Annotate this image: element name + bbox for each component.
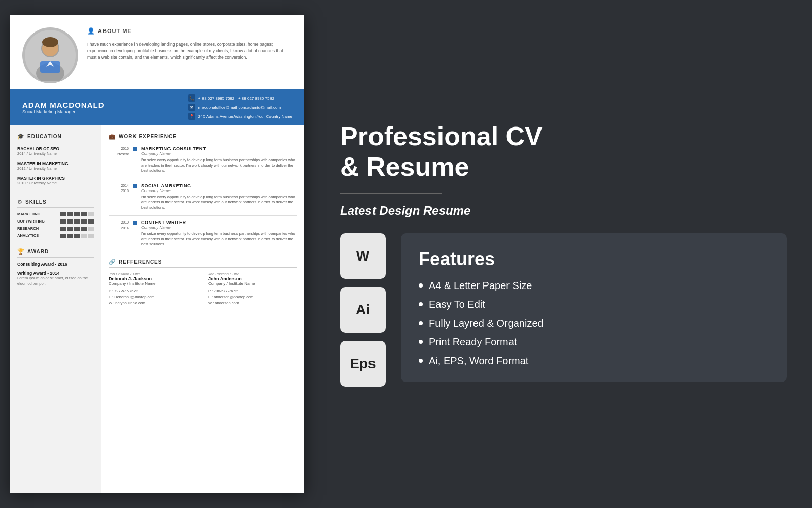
- education-icon: 🎓: [17, 133, 24, 140]
- ref-item-1: Job Position / Title Deborah J. Jackson …: [109, 272, 198, 306]
- ref-company-2: Company / Institute Name: [208, 281, 297, 286]
- resume-right-col: 💼 WORK EXPERIENCE 2016Present MARKETING …: [101, 125, 304, 493]
- award-desc-2: Lorem ipsum dolor sit amet, elitsed do t…: [17, 276, 94, 287]
- bar4: [81, 227, 87, 231]
- skill-bars-research: [60, 227, 94, 231]
- skill-marketing: MARKETING: [17, 212, 94, 216]
- ref-contact-2: P : 738-577-7672 E : anderson@dayrep.com…: [208, 288, 297, 306]
- bar5: [88, 227, 94, 231]
- phone-text: + 88 027 8985 7582 , + 88 027 8985 7582: [198, 96, 274, 101]
- skills-header: ⚙ SKILLS: [17, 199, 94, 208]
- address-contact: 📍 245 Adams Avenue,Washington,Your Count…: [188, 113, 292, 120]
- work-header: 💼 WORK EXPERIENCE: [109, 133, 297, 142]
- about-body: I have much experience in developing lan…: [87, 41, 292, 60]
- resume-preview: 👤 ABOUT ME I have much experience in dev…: [10, 15, 304, 493]
- bullet-5: [419, 359, 423, 363]
- ref-name-2: John Anderson: [208, 276, 297, 281]
- work-title-3: CONTENT WRITER: [141, 220, 297, 225]
- skill-label-marketing: MARKETING: [17, 212, 53, 216]
- email-icon: ✉: [188, 104, 195, 111]
- work-company-3: Company Name: [141, 225, 297, 230]
- work-item-3: 20102014 CONTENT WRITER Company Name I'm…: [109, 220, 297, 247]
- education-label: EDUCATION: [27, 134, 62, 139]
- work-desc-2: I'm seize every opportunity to develop l…: [141, 195, 297, 211]
- award-item-1: Consulting Award - 2016: [17, 262, 94, 267]
- skill-copywriting: COPYWRITING: [17, 219, 94, 224]
- skill-analytics: ANALYTICS: [17, 233, 94, 238]
- ref-item-2: Job Position / Title John Anderson Compa…: [208, 272, 297, 306]
- bullet-3: [419, 321, 423, 325]
- bar2: [67, 227, 73, 231]
- features-list: A4 & Letter Paper Size Easy To Edit Full…: [419, 280, 769, 367]
- work-title-2: SOCIAL AMRKETING: [141, 183, 297, 188]
- about-header: 👤 ABOUT ME: [87, 27, 292, 37]
- edu-degree-3: MASTER IN GRAPHICS: [17, 176, 94, 181]
- skills-label: SKILLS: [25, 199, 47, 205]
- main-container: 👤 ABOUT ME I have much experience in dev…: [10, 10, 802, 498]
- skills-section: ⚙ SKILLS MARKETING: [17, 199, 94, 240]
- work-content-3: CONTENT WRITER Company Name I'm seize ev…: [141, 220, 297, 247]
- resume-left-col: 🎓 EDUCATION BACHALOR OF SEO 2014 / Unive…: [10, 125, 101, 493]
- candidate-name: ADAM MACDONALD: [22, 101, 104, 109]
- education-section: 🎓 EDUCATION BACHALOR OF SEO 2014 / Unive…: [17, 133, 94, 190]
- work-section: 💼 WORK EXPERIENCE 2016Present MARKETING …: [109, 133, 297, 252]
- award-section: 🏆 AWARD Consulting Award - 2016 Writing …: [17, 248, 94, 291]
- award-icon: 🏆: [17, 248, 24, 255]
- ai-icon-box: Ai: [340, 287, 386, 333]
- ref-position-1: Job Position / Title: [109, 272, 198, 276]
- edu-item-2: MASTER IN MARKETING 2012 / University Na…: [17, 161, 94, 171]
- references-section: 🔗 REFFERENCES Job Position / Title Debor…: [109, 259, 297, 306]
- feature-item-3: Fully Layred & Organized: [419, 318, 769, 329]
- work-years-2: 20142016: [109, 183, 129, 211]
- work-years-1: 2016Present: [109, 146, 129, 174]
- location-icon: 📍: [188, 113, 195, 120]
- skill-bars-marketing: [60, 212, 94, 216]
- word-icon-box: W: [340, 233, 386, 279]
- feature-label-2: Easy To Edit: [429, 299, 485, 310]
- ref-label: REFFERENCES: [119, 259, 162, 265]
- edu-item-3: MASTER IN GRAPHICS 2010 / University Nam…: [17, 176, 94, 185]
- email-text: macdonaloffice@mail.com,adamid@mail.com: [198, 105, 281, 110]
- title-divider: [340, 193, 442, 194]
- feature-label-4: Print Ready Format: [429, 336, 517, 348]
- email-contact: ✉ macdonaloffice@mail.com,adamid@mail.co…: [188, 104, 292, 111]
- name-section: ADAM MACDONALD Social Marketing Manager: [22, 101, 104, 114]
- candidate-title: Social Marketing Manager: [22, 109, 104, 114]
- ref-row: Job Position / Title Deborah J. Jackson …: [109, 272, 297, 306]
- bar1: [60, 219, 66, 224]
- resume-about-section: 👤 ABOUT ME I have much experience in dev…: [87, 27, 292, 83]
- bar2: [67, 219, 73, 224]
- svg-point-5: [42, 37, 58, 47]
- edu-item-1: BACHALOR OF SEO 2014 / University Name: [17, 146, 94, 156]
- bar2: [67, 212, 73, 216]
- references-header: 🔗 REFFERENCES: [109, 259, 297, 268]
- feature-item-5: Ai, EPS, Word Format: [419, 355, 769, 367]
- work-desc-1: I'm seize every opportunity to develop l…: [141, 157, 297, 174]
- ref-icon: 🔗: [109, 259, 116, 265]
- skill-label-copywriting: COPYWRITING: [17, 219, 53, 224]
- work-content-1: MARKETING CONSULTENT Company Name I'm se…: [141, 146, 297, 174]
- award-header: 🏆 AWARD: [17, 248, 94, 258]
- work-dot-2: [133, 184, 137, 188]
- feature-label-1: A4 & Letter Paper Size: [429, 280, 532, 292]
- bar3: [74, 219, 80, 224]
- ref-contact-1: P : 727-577-7672 E : DeborahJ@dayrep.com…: [109, 288, 198, 306]
- skills-list: MARKETING COPYWRITING: [17, 212, 94, 238]
- work-label: WORK EXPERIENCE: [119, 134, 177, 139]
- edu-degree-2: MASTER IN MARKETING: [17, 161, 94, 166]
- avatar: [22, 27, 78, 83]
- phone-contact: 📞 + 88 027 8985 7582 , + 88 027 8985 758…: [188, 94, 292, 102]
- about-label: ABOUT ME: [98, 28, 132, 34]
- skill-label-analytics: ANALYTICS: [17, 233, 53, 238]
- award-label: AWARD: [27, 249, 49, 255]
- address-text: 245 Adams Avenue,Washington,Your Country…: [198, 114, 292, 119]
- product-subtitle: Latest Design Resume: [340, 204, 787, 218]
- work-icon: 💼: [109, 133, 116, 140]
- work-content-2: SOCIAL AMRKETING Company Name I'm seize …: [141, 183, 297, 211]
- work-item-1: 2016Present MARKETING CONSULTENT Company…: [109, 146, 297, 174]
- edu-year-1: 2014 / University Name: [17, 151, 94, 156]
- bullet-4: [419, 340, 423, 344]
- feature-item-1: A4 & Letter Paper Size: [419, 280, 769, 292]
- ref-position-2: Job Position / Title: [208, 272, 297, 276]
- bar5: [88, 219, 94, 224]
